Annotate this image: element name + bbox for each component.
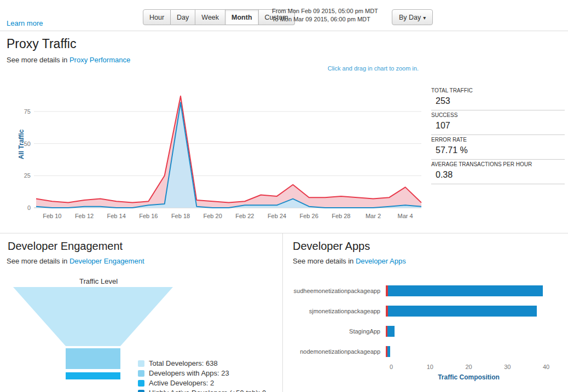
svg-text:Feb 14: Feb 14 [107, 213, 126, 219]
zoom-hint: Click and drag in chart to zoom in. [328, 65, 419, 72]
svg-text:Feb 28: Feb 28 [332, 213, 350, 219]
stat-value: 107 [436, 120, 565, 131]
details-prefix: See more details in [293, 257, 353, 265]
proxy-traffic-section: Proxy Traffic See more details in Proxy … [0, 37, 568, 233]
topbar: Learn more Hour Day Week Month Custom Fr… [0, 0, 568, 31]
svg-text:Mar 2: Mar 2 [366, 213, 381, 219]
legend-item: Highly Active Developers (+50 tph): 0 [138, 389, 266, 392]
bar-segment-traffic [387, 326, 395, 337]
learn-more-link[interactable]: Learn more [7, 19, 43, 27]
range-button-day[interactable]: Day [171, 9, 195, 25]
interval-dropdown[interactable]: By Day▾ [392, 9, 433, 25]
developer-apps-title: Developer Apps [293, 240, 568, 253]
x-tick-label: 20 [465, 364, 472, 370]
stat-success: SUCCESS 107 [431, 110, 565, 135]
legend-item: Developers with Apps: 23 [138, 369, 266, 377]
developer-engagement-title: Developer Engagement [8, 240, 282, 253]
svg-text:25: 25 [24, 172, 31, 179]
legend-item: Total Developers: 638 [138, 359, 266, 367]
funnel-title: Traffic Level [16, 277, 181, 285]
funnel-stage-total-developers [13, 287, 173, 346]
legend-text: Highly Active Developers (+50 tph): 0 [149, 389, 266, 392]
legend-swatch-developers-with-apps [138, 370, 144, 377]
analytics-dashboard: Learn more Hour Day Week Month Custom Fr… [0, 0, 568, 392]
svg-text:Feb 12: Feb 12 [75, 213, 94, 219]
app-name-label: sjmonetizationpackageapp [287, 308, 386, 314]
svg-text:Feb 16: Feb 16 [139, 213, 158, 219]
engagement-details-line: See more details in Developer Engagement [7, 257, 282, 265]
bar-row: nodemonetizationpackageapp [287, 341, 558, 361]
bar-segment-traffic [388, 306, 537, 317]
details-prefix: See more details in [7, 56, 67, 64]
stat-label: TOTAL TRAFFIC [431, 87, 565, 94]
details-prefix: See more details in [7, 257, 67, 265]
developer-engagement-link[interactable]: Developer Engagement [69, 257, 144, 265]
stat-avg-tph: AVERAGE TRANSACTIONS PER HOUR 0.38 [431, 160, 565, 184]
caret-down-icon: ▾ [423, 15, 426, 21]
x-tick-label: 0 [390, 364, 393, 370]
svg-text:Feb 18: Feb 18 [171, 213, 190, 219]
interval-label: By Day [399, 14, 421, 21]
stat-label: SUCCESS [431, 112, 565, 119]
svg-text:0: 0 [27, 204, 31, 211]
proxy-performance-link[interactable]: Proxy Performance [69, 56, 130, 64]
proxy-traffic-title: Proxy Traffic [7, 37, 568, 51]
x-axis-ticks: 010203040 [391, 364, 558, 372]
funnel-stage-active-developers [66, 372, 120, 379]
stat-value: 0.38 [436, 169, 565, 180]
proxy-chart-area: All Traffic 0255075Feb 10Feb 12Feb 14Feb… [0, 80, 568, 228]
traffic-bar[interactable] [386, 285, 543, 296]
traffic-area-chart-svg[interactable]: 0255075Feb 10Feb 12Feb 14Feb 16Feb 18Feb… [4, 80, 431, 228]
developer-engagement-section: Developer Engagement See more details in… [0, 233, 283, 392]
bar-segment-traffic [388, 285, 543, 296]
app-name-label: StagingApp [287, 328, 386, 335]
traffic-bar[interactable] [386, 306, 537, 317]
svg-text:Feb 10: Feb 10 [43, 213, 61, 219]
stat-total-traffic: TOTAL TRAFFIC 253 [431, 86, 565, 110]
range-button-week[interactable]: Week [195, 9, 225, 25]
x-tick-label: 30 [504, 364, 511, 370]
traffic-bar[interactable] [386, 346, 390, 357]
bar-segment-traffic [387, 346, 391, 357]
bar-rows: sudheemonetizationpackageappsjmonetizati… [287, 280, 558, 361]
range-button-month[interactable]: Month [225, 9, 258, 25]
x-tick-label: 40 [543, 364, 549, 370]
bottom-panels: Developer Engagement See more details in… [0, 233, 568, 392]
legend-text: Active Developers: 2 [149, 379, 214, 387]
x-tick-label: 10 [427, 364, 433, 370]
app-name-label: sudheemonetizationpackageapp [287, 288, 386, 294]
legend-item: Active Developers: 2 [138, 379, 266, 387]
svg-text:Feb 26: Feb 26 [300, 213, 318, 219]
legend-text: Total Developers: 638 [149, 359, 218, 367]
stat-label: ERROR RATE [431, 137, 565, 143]
apps-details-line: See more details in Developer Apps [293, 257, 568, 265]
stat-value: 57.71 % [436, 145, 565, 156]
bar-row: sudheemonetizationpackageapp [287, 280, 558, 301]
range-button-hour[interactable]: Hour [143, 9, 171, 25]
developer-apps-link[interactable]: Developer Apps [356, 257, 406, 265]
legend-swatch-active-developers [138, 380, 144, 387]
date-range: From Mon Feb 09 2015, 05:00 pm MDT To Mo… [272, 7, 378, 24]
svg-text:Feb 24: Feb 24 [268, 213, 286, 219]
svg-text:75: 75 [24, 108, 31, 115]
bar-row: sjmonetizationpackageapp [287, 301, 558, 321]
funnel-legend: Total Developers: 638 Developers with Ap… [138, 359, 266, 392]
legend-text: Developers with Apps: 23 [149, 369, 229, 377]
stat-value: 253 [436, 96, 565, 107]
developer-apps-section: Developer Apps See more details in Devel… [283, 233, 568, 392]
y-axis-label: All Traffic [18, 120, 25, 169]
svg-text:Feb 22: Feb 22 [235, 213, 254, 219]
traffic-bar[interactable] [386, 326, 395, 337]
stat-label: AVERAGE TRANSACTIONS PER HOUR [431, 161, 565, 168]
traffic-line-chart[interactable]: All Traffic 0255075Feb 10Feb 12Feb 14Feb… [4, 80, 431, 228]
bar-row: StagingApp [287, 321, 558, 341]
date-to-text: To Mon Mar 09 2015, 06:00 pm MDT [272, 15, 378, 24]
svg-text:Mar 4: Mar 4 [398, 213, 413, 219]
developer-apps-bar-chart: sudheemonetizationpackageappsjmonetizati… [287, 280, 558, 381]
date-from-text: From Mon Feb 09 2015, 05:00 pm MDT [272, 7, 378, 15]
app-name-label: nodemonetizationpackageapp [287, 348, 386, 355]
legend-swatch-total-developers [138, 360, 144, 367]
proxy-details-line: See more details in Proxy Performance [7, 56, 568, 64]
legend-swatch-highly-active-developers [138, 390, 144, 392]
stat-error-rate: ERROR RATE 57.71 % [431, 135, 565, 160]
